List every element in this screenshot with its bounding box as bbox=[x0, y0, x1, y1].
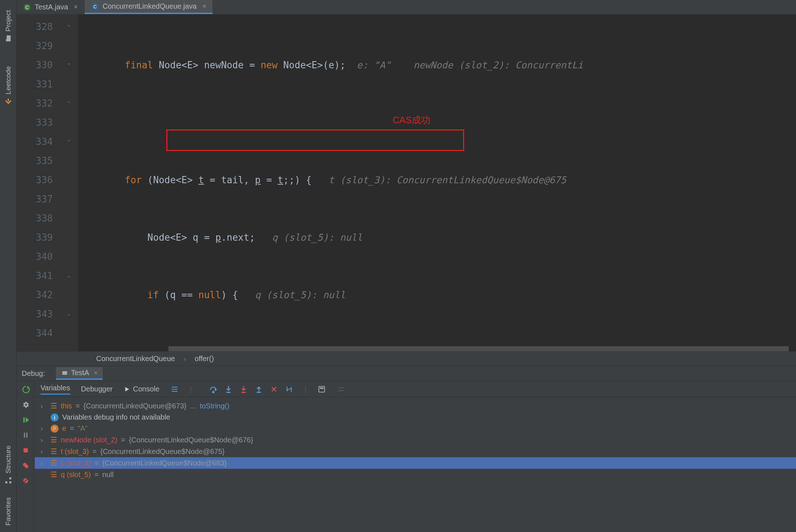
svg-point-19 bbox=[213, 391, 214, 393]
debug-config-tab[interactable]: TestA × bbox=[56, 367, 103, 380]
line-gutter: 328329330 331332333 334335336 337338339 … bbox=[17, 14, 64, 351]
code-editor[interactable]: 328329330 331332333 334335336 337338339 … bbox=[17, 14, 796, 351]
breakpoints-button[interactable] bbox=[20, 460, 31, 471]
annotation-text: CAS成功 bbox=[393, 111, 431, 130]
code-line: for (Node<E> t = tail, p = t;;) { t (slo… bbox=[78, 171, 796, 190]
debug-panel: Debug: TestA × bbox=[17, 366, 796, 532]
svg-rect-21 bbox=[241, 392, 246, 393]
fold-column: ⌄ ⌄ ⌄ ⌄ ⌃ ⌃ bbox=[64, 14, 78, 351]
object-icon: ☰ bbox=[51, 459, 57, 467]
sidebar-tab-structure[interactable]: Structure bbox=[3, 439, 14, 491]
layout-icon[interactable] bbox=[170, 385, 179, 394]
object-icon: ☰ bbox=[51, 470, 57, 479]
fold-icon[interactable]: ⌄ bbox=[67, 136, 73, 142]
close-icon[interactable]: × bbox=[74, 3, 78, 11]
breadcrumb-class[interactable]: ConcurrentLinkedQueue bbox=[96, 355, 175, 363]
expand-arrow-icon[interactable]: › bbox=[40, 424, 47, 433]
svg-rect-10 bbox=[26, 433, 27, 437]
svg-text:C: C bbox=[93, 4, 97, 9]
svg-rect-24 bbox=[320, 387, 324, 389]
run-to-cursor-icon[interactable] bbox=[285, 385, 294, 394]
pause-button[interactable] bbox=[20, 430, 31, 441]
app-icon bbox=[61, 369, 68, 377]
horizontal-scrollbar[interactable] bbox=[168, 346, 789, 351]
tab-label: ConcurrentLinkedQueue.java bbox=[103, 2, 197, 10]
debug-label: Debug: bbox=[22, 369, 45, 378]
expand-arrow-icon[interactable]: › bbox=[40, 436, 47, 444]
class-icon: C bbox=[91, 3, 99, 10]
tab-concurrentlinkedqueue[interactable]: C ConcurrentLinkedQueue.java × bbox=[85, 0, 213, 14]
folder-icon bbox=[4, 34, 12, 42]
resume-button[interactable] bbox=[20, 415, 31, 425]
expand-arrow-icon[interactable]: › bbox=[40, 447, 47, 456]
svg-rect-22 bbox=[257, 392, 261, 393]
object-icon: ☰ bbox=[51, 447, 57, 456]
tostring-link[interactable]: toString() bbox=[200, 402, 229, 410]
left-tool-sidebar: Project Leetcode Structure Favorites bbox=[0, 0, 17, 532]
mute-breakpoints-button[interactable] bbox=[20, 475, 31, 486]
rerun-button[interactable] bbox=[20, 384, 31, 395]
fold-icon[interactable]: ⌃ bbox=[67, 313, 73, 319]
variable-row[interactable]: ›☰newNode (slot_2) = {ConcurrentLinkedQu… bbox=[35, 434, 796, 446]
force-step-into-icon[interactable] bbox=[239, 385, 248, 394]
play-icon bbox=[124, 386, 130, 392]
sidebar-tab-favorites[interactable]: Favorites bbox=[3, 491, 14, 532]
stop-button[interactable] bbox=[20, 445, 31, 456]
close-icon[interactable]: × bbox=[202, 3, 206, 10]
variable-row[interactable]: iVariables debug info not available bbox=[35, 412, 796, 423]
tab-testa[interactable]: C TestA.java × bbox=[17, 0, 85, 14]
svg-rect-23 bbox=[319, 386, 325, 392]
code-line: if (q == null) { q (slot_5): null bbox=[78, 286, 796, 305]
tab-debugger[interactable]: Debugger bbox=[81, 385, 113, 393]
variables-tree[interactable]: ›☰this = {ConcurrentLinkedQueue@673} ...… bbox=[35, 397, 796, 532]
close-icon[interactable]: × bbox=[94, 370, 98, 376]
svg-rect-8 bbox=[23, 417, 25, 423]
object-icon: ☰ bbox=[51, 436, 57, 444]
variable-row[interactable]: ›☰p (slot_4) = {ConcurrentLinkedQueue$No… bbox=[35, 457, 796, 469]
step-into-icon[interactable] bbox=[224, 385, 233, 394]
highlight-box bbox=[166, 129, 464, 151]
structure-icon bbox=[4, 476, 12, 484]
tab-variables[interactable]: Variables bbox=[40, 384, 70, 395]
leetcode-icon bbox=[4, 97, 12, 105]
sidebar-tab-leetcode[interactable]: Leetcode bbox=[3, 60, 14, 112]
info-icon: i bbox=[51, 413, 59, 421]
expand-arrow-icon[interactable]: › bbox=[40, 402, 47, 410]
sidebar-label: Favorites bbox=[4, 497, 12, 525]
variable-row[interactable]: ›☰this = {ConcurrentLinkedQueue@673} ...… bbox=[35, 400, 796, 412]
param-badge-icon: P bbox=[51, 425, 59, 433]
svg-rect-20 bbox=[226, 392, 231, 393]
sidebar-label: Structure bbox=[4, 446, 12, 473]
fold-icon[interactable]: ⌄ bbox=[67, 98, 73, 104]
step-over-icon[interactable] bbox=[209, 385, 218, 394]
variable-row[interactable]: ›☰t (slot_3) = {ConcurrentLinkedQueue$No… bbox=[35, 446, 796, 457]
debug-config-name: TestA bbox=[71, 369, 89, 377]
fold-icon[interactable]: ⌄ bbox=[67, 21, 73, 27]
debug-subtabs: Variables Debugger Console | bbox=[35, 381, 796, 397]
step-out-icon[interactable] bbox=[254, 385, 263, 394]
settings-button[interactable] bbox=[20, 399, 31, 410]
fold-icon[interactable]: ⌄ bbox=[67, 59, 73, 66]
chevron-right-icon: › bbox=[184, 355, 186, 363]
drop-frame-icon[interactable] bbox=[270, 385, 278, 394]
code-line: final Node<E> newNode = new Node<E>(e); … bbox=[78, 56, 796, 75]
tab-console[interactable]: Console bbox=[124, 385, 159, 393]
breadcrumb-method[interactable]: offer() bbox=[195, 355, 214, 363]
breadcrumb: ConcurrentLinkedQueue › offer() bbox=[17, 351, 796, 366]
evaluate-icon[interactable] bbox=[317, 385, 326, 394]
variable-row[interactable]: ☰q (slot_5) = null bbox=[35, 469, 796, 480]
svg-rect-2 bbox=[9, 477, 11, 480]
variable-row[interactable]: ›Pe = "A" bbox=[35, 423, 796, 434]
class-icon: C bbox=[23, 3, 31, 11]
expand-arrow-icon[interactable]: › bbox=[40, 459, 47, 467]
sidebar-label: Project bbox=[4, 10, 12, 31]
fold-icon[interactable]: ⌃ bbox=[67, 275, 73, 281]
code-body[interactable]: final Node<E> newNode = new Node<E>(e); … bbox=[78, 14, 796, 351]
svg-rect-7 bbox=[62, 371, 67, 375]
sidebar-tab-project[interactable]: Project bbox=[3, 4, 14, 49]
svg-rect-1 bbox=[9, 481, 11, 484]
svg-rect-0 bbox=[5, 481, 7, 484]
sidebar-label: Leetcode bbox=[4, 66, 12, 94]
trace-icon[interactable] bbox=[337, 385, 346, 394]
svg-point-13 bbox=[25, 465, 28, 468]
